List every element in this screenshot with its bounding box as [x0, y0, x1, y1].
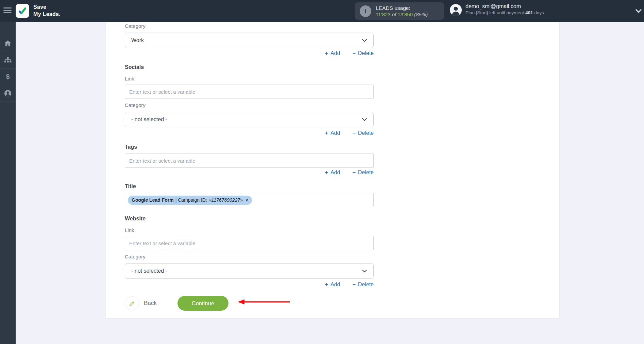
app-logo[interactable] — [16, 4, 29, 18]
app-root: Save My Leads. i LEADS usage: 11'823 of … — [0, 0, 644, 344]
website-category-select[interactable]: - not selected - — [125, 263, 374, 279]
add-button[interactable]: +Add — [325, 282, 340, 288]
addrow-socials: +Add −Delete — [125, 130, 374, 136]
variable-chip[interactable]: Google Lead Form | Campaign ID: «1176769… — [128, 196, 252, 205]
plus-icon: + — [325, 169, 328, 176]
usage-title: LEADS usage: — [376, 5, 428, 11]
chevron-down-icon — [362, 39, 367, 42]
chevron-down-icon — [362, 118, 367, 121]
link-label: Link — [125, 227, 374, 233]
add-label: Add — [331, 169, 340, 176]
pointer-arrow — [237, 298, 292, 305]
usage-numbers: 11'823 of 13'850 (85%) — [376, 11, 428, 18]
website-link-input[interactable] — [125, 236, 374, 250]
back-label: Back — [144, 300, 157, 307]
top-header: Save My Leads. i LEADS usage: 11'823 of … — [0, 0, 644, 22]
link-label: Link — [125, 76, 374, 82]
continue-button[interactable]: Continue — [177, 296, 228, 311]
category-select[interactable]: Work — [125, 33, 374, 48]
sitemap-icon — [4, 57, 12, 64]
title-field[interactable]: Google Lead Form | Campaign ID: «1176769… — [125, 193, 374, 207]
minus-icon: − — [352, 169, 355, 176]
avatar — [450, 4, 462, 16]
content-panel: Category Work +Add −Delete Socials Link … — [106, 22, 559, 318]
usage-used: 11'823 — [376, 12, 390, 17]
add-label: Add — [331, 282, 340, 288]
delete-label: Delete — [358, 169, 374, 176]
sidebar-item-billing[interactable]: $ — [0, 69, 16, 85]
tags-input[interactable] — [125, 153, 374, 168]
menu-icon[interactable] — [3, 7, 12, 15]
brand-line2: My Leads. — [33, 11, 61, 18]
category-label: Category — [125, 254, 374, 260]
plus-icon: + — [325, 130, 328, 136]
category-label: Category — [125, 23, 374, 29]
add-button[interactable]: +Add — [325, 130, 340, 136]
plan-text: Plan |Start| left until payment — [465, 10, 524, 15]
category-select-value: Work — [131, 37, 144, 43]
delete-label: Delete — [358, 282, 374, 288]
plus-icon: + — [325, 282, 328, 288]
pencil-icon — [125, 296, 139, 310]
addrow-tags: +Add −Delete — [125, 169, 374, 176]
user-plan: Plan |Start| left until payment 401 days — [465, 10, 544, 16]
chip-source: Google Lead Form — [132, 197, 174, 203]
chevron-down-icon — [362, 269, 367, 273]
socials-heading: Socials — [125, 64, 374, 71]
delete-button[interactable]: −Delete — [352, 130, 374, 136]
sidebar: $ — [0, 22, 16, 344]
user-email: demo_sml@gmail.com — [465, 3, 544, 10]
add-label: Add — [331, 50, 340, 56]
add-button[interactable]: +Add — [325, 50, 340, 56]
days-suffix: days — [534, 10, 544, 15]
user-menu[interactable]: demo_sml@gmail.com Plan |Start| left unt… — [450, 3, 544, 16]
leads-usage-badge: i LEADS usage: 11'823 of 13'850 (85%) — [355, 2, 444, 20]
chip-value: «11767690227» — [209, 197, 243, 203]
socials-category-value: - not selected - — [131, 116, 167, 123]
add-label: Add — [331, 130, 340, 136]
usage-percent: (85%) — [414, 12, 428, 17]
brand-line1: Save — [33, 3, 61, 11]
sidebar-item-account[interactable] — [0, 85, 16, 102]
delete-button[interactable]: −Delete — [352, 50, 374, 56]
sidebar-item-connections[interactable] — [0, 52, 16, 69]
title-heading: Title — [125, 183, 374, 190]
home-icon — [4, 40, 12, 47]
checkmark-icon — [18, 7, 27, 15]
delete-label: Delete — [358, 130, 374, 136]
add-button[interactable]: +Add — [325, 169, 340, 176]
info-icon: i — [360, 5, 371, 17]
category-label: Category — [125, 102, 374, 108]
website-category-value: - not selected - — [131, 268, 167, 274]
socials-category-select[interactable]: - not selected - — [125, 112, 374, 127]
dollar-icon: $ — [6, 73, 10, 80]
sidebar-item-home[interactable] — [0, 35, 16, 52]
back-button[interactable]: Back — [125, 296, 157, 310]
delete-button[interactable]: −Delete — [352, 282, 374, 288]
chevron-down-icon[interactable] — [635, 8, 642, 15]
chip-remove-icon[interactable]: × — [245, 198, 248, 203]
usage-total: 13'850 — [397, 12, 413, 17]
minus-icon: − — [352, 282, 355, 288]
minus-icon: − — [352, 130, 355, 136]
delete-label: Delete — [358, 50, 374, 56]
website-heading: Website — [125, 215, 374, 222]
user-icon — [4, 90, 12, 97]
socials-link-input[interactable] — [125, 85, 374, 99]
usage-of: of — [392, 12, 396, 17]
chip-separator: | Campaign ID: — [175, 197, 207, 203]
tags-heading: Tags — [125, 144, 374, 150]
addrow-category: +Add −Delete — [125, 50, 374, 56]
brand-text: Save My Leads. — [33, 3, 61, 18]
days-value: 401 — [525, 10, 533, 15]
minus-icon: − — [352, 50, 355, 56]
plus-icon: + — [325, 50, 328, 56]
addrow-website: +Add −Delete — [125, 282, 374, 288]
delete-button[interactable]: −Delete — [352, 169, 374, 176]
